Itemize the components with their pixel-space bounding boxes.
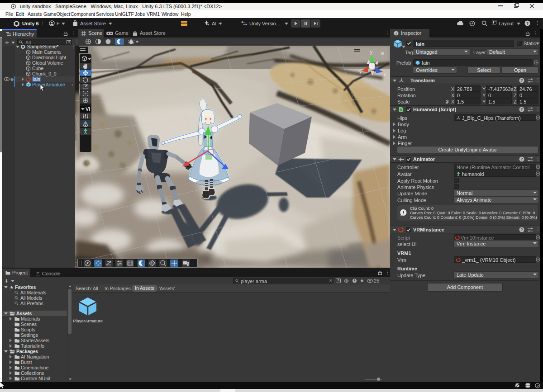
svg-text:?: ?: [526, 21, 529, 26]
svg-text:y: y: [370, 50, 372, 55]
svg-text:?: ?: [520, 78, 523, 83]
svg-text:z: z: [384, 71, 386, 76]
svg-text:?: ?: [520, 227, 523, 232]
svg-text:‹ Persp: ‹ Persp: [362, 79, 378, 84]
svg-text:?: ?: [520, 107, 523, 112]
svg-text:x: x: [359, 70, 362, 75]
svg-text:?: ?: [520, 157, 523, 161]
